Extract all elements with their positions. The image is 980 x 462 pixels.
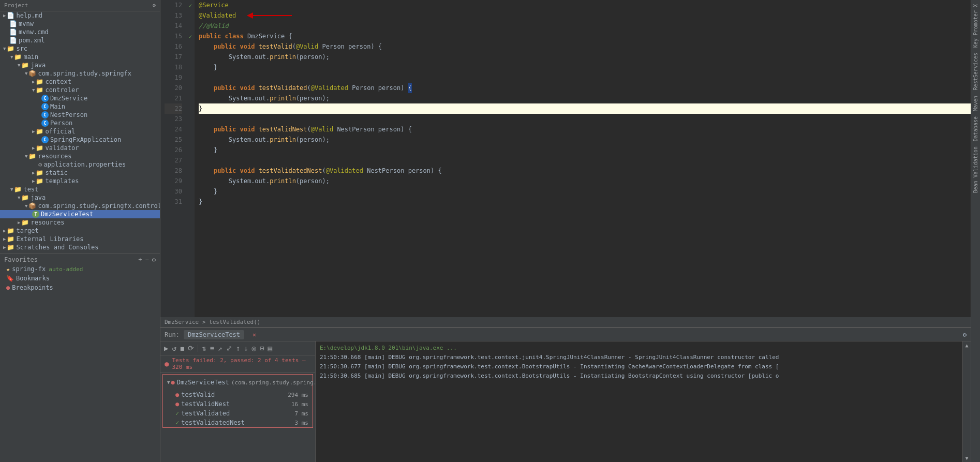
tree-item-test[interactable]: ▼ 📁 test xyxy=(0,185,160,193)
sidebar-item-restservices[interactable]: RestServices xyxy=(972,51,979,92)
tree-item-extlibs[interactable]: ▶ 📁 External Libraries xyxy=(0,235,160,243)
run-all-icon[interactable]: ▶ xyxy=(163,343,169,353)
settings-icon[interactable]: ⚙ xyxy=(152,2,156,9)
breakpoint-icon: ● xyxy=(6,284,10,291)
sidebar-item-beanvalidation[interactable]: Bean Validation xyxy=(972,144,979,195)
stop-icon[interactable]: ◼ xyxy=(179,343,185,353)
tree-view-icon[interactable]: ≡ xyxy=(209,343,215,353)
settings-fav-icon[interactable]: ⚙ xyxy=(152,256,156,263)
tree-item-com[interactable]: ▼ 📦 com.spring.study.springfx xyxy=(0,69,160,78)
tree-item-testresources[interactable]: ▶ 📁 resources xyxy=(0,218,160,227)
arrow-icon: ▶ xyxy=(3,228,6,233)
minus-fav-icon[interactable]: − xyxy=(145,256,149,263)
test-name: testValidNest xyxy=(181,400,230,408)
tree-item-person[interactable]: C Person xyxy=(0,119,160,127)
rerun-icon[interactable]: ↺ xyxy=(171,343,177,353)
fav-item[interactable]: ★ spring-fx auto-added xyxy=(4,265,156,273)
expand-icon[interactable]: ⤢ xyxy=(225,343,233,353)
tree-item-static[interactable]: ▶ 📁 static xyxy=(0,169,160,177)
rerun-failed-icon[interactable]: ⟳ xyxy=(187,343,195,353)
pass-icon: ✓ xyxy=(175,410,179,417)
bookmarks-item[interactable]: 🔖 Bookmarks xyxy=(4,274,156,282)
log-line-2: 21:50:30.677 [main] DEBUG org.springfram… xyxy=(320,362,958,371)
project-tree[interactable]: Project ⚙ ▶ 📄 help.md 📄 mvnw 📄 mvnw.cmd … xyxy=(0,0,160,462)
tree-item-main[interactable]: ▼ 📁 main xyxy=(0,53,160,61)
breakpoints-item[interactable]: ● Breakpoints xyxy=(4,284,156,292)
test-item-testvalidated[interactable]: ✓ testValidated 7 ms xyxy=(163,409,313,418)
tree-item-scratches[interactable]: ▶ 📁 Scratches and Consoles xyxy=(0,243,160,251)
tree-label: Main xyxy=(50,103,65,110)
folder-icon: 📁 xyxy=(36,128,43,135)
tree-item-templates[interactable]: ▶ 📁 templates xyxy=(0,177,160,185)
breakpoints-label: Breakpoints xyxy=(12,284,53,291)
close-run-icon[interactable]: ✕ xyxy=(253,331,256,338)
settings-run-icon[interactable]: ⚙ xyxy=(963,331,967,338)
tree-item-springfxapp[interactable]: C SpringFxApplication xyxy=(0,136,160,144)
tree-item-context[interactable]: ▶ 📁 context xyxy=(0,78,160,86)
class-icon: C xyxy=(41,111,49,118)
collapse-icon[interactable]: ⊟ xyxy=(259,343,265,353)
code-line-17: System.out.println(person); xyxy=(199,52,971,62)
tree-item-validator[interactable]: ▶ 📁 validator xyxy=(0,144,160,152)
tree-item-nestperson[interactable]: C NestPerson xyxy=(0,111,160,119)
log-scrollbar[interactable]: ▲ ▼ xyxy=(962,341,971,462)
next-fail-icon[interactable]: ↓ xyxy=(243,343,249,353)
sidebar-item-maven[interactable]: Maven xyxy=(972,94,979,113)
folder-icon: 📦 xyxy=(28,70,36,77)
class-icon: C xyxy=(41,95,49,102)
tree-item-dmzservicetest[interactable]: T DmzServiceTest xyxy=(0,210,160,218)
tree-item-testpkg[interactable]: ▼ 📦 com.spring.study.springfx.controler xyxy=(0,202,160,210)
run-bar: Run: DmzServiceTest ✕ ⚙ xyxy=(160,328,971,341)
tree-item-target[interactable]: ▶ 📁 target xyxy=(0,227,160,235)
code-editor[interactable]: @Service @Validated xyxy=(195,0,971,317)
tree-item[interactable]: ▶ 📄 help.md xyxy=(0,11,160,20)
tree-item-appprops[interactable]: ⚙ application.properties xyxy=(0,160,160,169)
prev-fail-icon[interactable]: ↑ xyxy=(235,343,241,353)
tree-item[interactable]: 📄 mvnw.cmd xyxy=(0,28,160,36)
folder-icon: 📁 xyxy=(36,86,43,94)
fav-label: spring-fx xyxy=(12,265,46,273)
export-icon[interactable]: ↗ xyxy=(217,343,223,353)
test-summary: ● Tests failed: 2, passed: 2 of 4 tests … xyxy=(160,355,315,372)
tree-item-main-class[interactable]: C Main xyxy=(0,102,160,111)
sidebar-item-database[interactable]: Database xyxy=(972,114,979,143)
add-fav-icon[interactable]: + xyxy=(138,256,142,263)
test-item-testvalid[interactable]: ● testValid 294 ms xyxy=(163,390,313,399)
code-line-29: System.out.println(person); xyxy=(199,176,971,186)
tree-label: java xyxy=(31,194,46,201)
tree-item-official[interactable]: ▶ 📁 official xyxy=(0,127,160,136)
tree-item-testjava[interactable]: ▼ 📁 java xyxy=(0,193,160,202)
filter-icon[interactable]: ▤ xyxy=(266,343,273,353)
run-bar-actions: ⚙ xyxy=(963,331,967,338)
test-item-dmzservicetest[interactable]: ▼ ● DmzServiceTest (com.spring.study.spr… xyxy=(163,375,313,390)
tree-label: help.md xyxy=(16,12,42,19)
tree-item[interactable]: 📄 mvnw xyxy=(0,20,160,28)
tree-label: main xyxy=(23,53,38,61)
arrow-icon: ▼ xyxy=(25,154,27,159)
code-line-21: System.out.println(person); xyxy=(199,93,971,103)
tree-item-resources[interactable]: ▼ 📁 resources xyxy=(0,152,160,160)
tree-item[interactable]: 📄 pom.xml xyxy=(0,36,160,44)
run-tab[interactable]: DmzServiceTest xyxy=(184,330,244,339)
file-icon: 📄 xyxy=(9,20,17,27)
sidebar-item-keypromoter[interactable]: Key Promoter X xyxy=(972,2,979,50)
locate-icon[interactable]: ◎ xyxy=(251,343,257,353)
test-group-box: ▼ ● DmzServiceTest (com.spring.study.spr… xyxy=(162,374,313,428)
tree-item-dmzservice[interactable]: C DmzService xyxy=(0,94,160,102)
tree-item-src[interactable]: ▼ 📁 src xyxy=(0,44,160,53)
code-line-26: } xyxy=(199,145,971,155)
tree-label: DmzServiceTest xyxy=(41,211,93,218)
folder-icon: 📁 xyxy=(14,53,22,61)
props-icon: ⚙ xyxy=(38,161,42,168)
tree-item-controler[interactable]: ▼ 📁 controler xyxy=(0,86,160,94)
scroll-up-icon[interactable]: ▲ xyxy=(965,342,968,348)
test-item-testvalidnest[interactable]: ● testValidNest 16 ms xyxy=(163,399,313,409)
code-line-28: public void testValidatedNest(@Validated… xyxy=(199,166,971,176)
test-toolbar: ▶ ↺ ◼ ⟳ ⇅ ≡ ↗ ⤢ ↑ ↓ ◎ ⊟ ▤ xyxy=(160,341,315,355)
sort-icon[interactable]: ⇅ xyxy=(201,343,207,353)
fav-badge: auto-added xyxy=(49,266,83,273)
tree-label: static xyxy=(45,169,67,176)
scroll-down-icon[interactable]: ▼ xyxy=(965,455,968,461)
tree-item-java[interactable]: ▼ 📁 java xyxy=(0,61,160,69)
test-item-testvalidatednest[interactable]: ✓ testValidatedNest 3 ms xyxy=(163,418,313,427)
